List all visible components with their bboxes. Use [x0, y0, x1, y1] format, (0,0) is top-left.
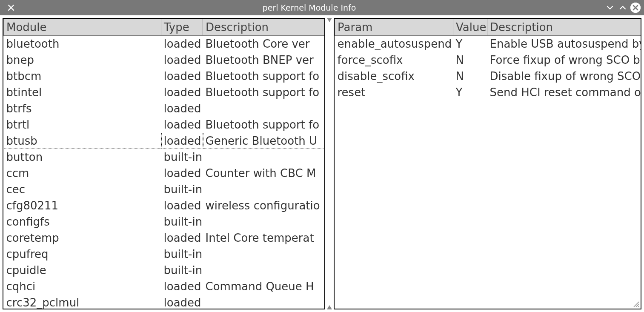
- cell-type: built-in: [161, 214, 203, 230]
- cell-module: configfs: [4, 214, 161, 230]
- cell-module: cpufreq: [4, 246, 161, 262]
- cell-type: loaded: [161, 133, 203, 149]
- cell-desc: Enable USB autosuspend by: [487, 36, 642, 52]
- cell-desc: wireless configuratio: [203, 198, 326, 214]
- splitter-handle-bottom-icon[interactable]: [327, 305, 332, 309]
- table-row[interactable]: force_scofixNForce fixup of wrong SCO b: [335, 52, 642, 68]
- cell-desc: [203, 295, 326, 309]
- cell-type: built-in: [161, 246, 203, 262]
- col-header-pdesc[interactable]: Description: [487, 19, 642, 36]
- cell-type: built-in: [161, 181, 203, 198]
- cell-desc: [203, 246, 326, 262]
- resize-grip-icon[interactable]: [633, 301, 640, 308]
- cell-module: btintel: [4, 84, 161, 100]
- cell-desc: Disable fixup of wrong SCO: [487, 68, 642, 84]
- cell-param: force_scofix: [335, 52, 453, 68]
- table-row[interactable]: bluetoothloadedBluetooth Core ver: [4, 36, 326, 52]
- table-row[interactable]: cpuidlebuilt-in: [4, 262, 326, 278]
- cell-desc: [203, 181, 326, 198]
- cell-type: built-in: [161, 262, 203, 278]
- table-row[interactable]: configfsbuilt-in: [4, 214, 326, 230]
- table-row[interactable]: cqhciloadedCommand Queue H: [4, 278, 326, 295]
- cell-type: built-in: [161, 149, 203, 165]
- cell-param: reset: [335, 84, 453, 100]
- table-row[interactable]: cecbuilt-in: [4, 181, 326, 198]
- cell-type: loaded: [161, 165, 203, 181]
- cell-desc: Bluetooth Core ver: [203, 36, 326, 52]
- cell-desc: [203, 262, 326, 278]
- cell-desc: [203, 214, 326, 230]
- window-titlebar: perl Kernel Module Info: [0, 0, 644, 15]
- cell-type: loaded: [161, 117, 203, 133]
- cell-module: btbcm: [4, 68, 161, 84]
- table-row[interactable]: btintelloadedBluetooth support fo: [4, 84, 326, 100]
- cell-value: N: [453, 52, 487, 68]
- cell-type: loaded: [161, 84, 203, 100]
- cell-desc: Bluetooth support fo: [203, 117, 326, 133]
- cell-module: cpuidle: [4, 262, 161, 278]
- params-table[interactable]: Param Value Description enable_autosuspe…: [335, 19, 641, 100]
- cell-desc: Generic Bluetooth U: [203, 133, 326, 149]
- cell-type: loaded: [161, 100, 203, 117]
- cell-module: ccm: [4, 165, 161, 181]
- col-header-value[interactable]: Value: [453, 19, 487, 36]
- table-row[interactable]: ccmloadedCounter with CBC M: [4, 165, 326, 181]
- table-row[interactable]: btbcmloadedBluetooth support fo: [4, 68, 326, 84]
- table-row[interactable]: cpufreqbuilt-in: [4, 246, 326, 262]
- chevron-up-icon[interactable]: [618, 3, 628, 13]
- table-row[interactable]: cfg80211loadedwireless configuratio: [4, 198, 326, 214]
- modules-table[interactable]: Module Type Description bluetoothloadedB…: [3, 19, 325, 309]
- table-row[interactable]: btrtlloadedBluetooth support fo: [4, 117, 326, 133]
- cell-desc: Counter with CBC M: [203, 165, 326, 181]
- cell-desc: Bluetooth support fo: [203, 84, 326, 100]
- pane-splitter[interactable]: [327, 18, 332, 309]
- table-row[interactable]: crc32_pclmulloaded: [4, 295, 326, 309]
- cell-param: enable_autosuspend: [335, 36, 453, 52]
- table-row[interactable]: resetYSend HCI reset command o: [335, 84, 642, 100]
- cell-type: loaded: [161, 278, 203, 295]
- table-row[interactable]: enable_autosuspendYEnable USB autosuspen…: [335, 36, 642, 52]
- window-menu-close-icon[interactable]: [6, 3, 16, 13]
- cell-module: cqhci: [4, 278, 161, 295]
- cell-desc: Bluetooth BNEP ver: [203, 52, 326, 68]
- modules-pane[interactable]: Module Type Description bluetoothloadedB…: [3, 18, 325, 309]
- table-row[interactable]: buttonbuilt-in: [4, 149, 326, 165]
- params-header-row[interactable]: Param Value Description: [335, 19, 642, 36]
- cell-desc: [203, 100, 326, 117]
- table-row[interactable]: bneploadedBluetooth BNEP ver: [4, 52, 326, 68]
- cell-type: loaded: [161, 198, 203, 214]
- cell-module: btrfs: [4, 100, 161, 117]
- table-row[interactable]: btrfsloaded: [4, 100, 326, 117]
- cell-module: coretemp: [4, 230, 161, 246]
- close-icon[interactable]: [630, 3, 641, 13]
- cell-type: loaded: [161, 295, 203, 309]
- client-area: Module Type Description bluetoothloadedB…: [0, 15, 644, 312]
- window-title: perl Kernel Module Info: [16, 3, 602, 12]
- cell-value: Y: [453, 36, 487, 52]
- col-header-desc[interactable]: Description: [203, 19, 326, 36]
- cell-type: loaded: [161, 68, 203, 84]
- col-header-param[interactable]: Param: [335, 19, 453, 36]
- splitter-handle-top-icon[interactable]: [327, 18, 332, 22]
- cell-module: crc32_pclmul: [4, 295, 161, 309]
- col-header-type[interactable]: Type: [161, 19, 203, 36]
- chevron-down-icon[interactable]: [605, 3, 615, 13]
- table-row[interactable]: btusbloadedGeneric Bluetooth U: [4, 133, 326, 149]
- col-header-module[interactable]: Module: [4, 19, 161, 36]
- cell-param: disable_scofix: [335, 68, 453, 84]
- cell-type: loaded: [161, 36, 203, 52]
- cell-desc: Intel Core temperat: [203, 230, 326, 246]
- modules-header-row[interactable]: Module Type Description: [4, 19, 326, 36]
- cell-module: btusb: [4, 133, 161, 149]
- cell-type: loaded: [161, 52, 203, 68]
- cell-module: bluetooth: [4, 36, 161, 52]
- cell-desc: Command Queue H: [203, 278, 326, 295]
- cell-module: btrtl: [4, 117, 161, 133]
- cell-desc: Force fixup of wrong SCO b: [487, 52, 642, 68]
- table-row[interactable]: disable_scofixNDisable fixup of wrong SC…: [335, 68, 642, 84]
- cell-type: loaded: [161, 230, 203, 246]
- table-row[interactable]: coretemploadedIntel Core temperat: [4, 230, 326, 246]
- cell-desc: Bluetooth support fo: [203, 68, 326, 84]
- params-pane[interactable]: Param Value Description enable_autosuspe…: [334, 18, 641, 309]
- cell-desc: Send HCI reset command o: [487, 84, 642, 100]
